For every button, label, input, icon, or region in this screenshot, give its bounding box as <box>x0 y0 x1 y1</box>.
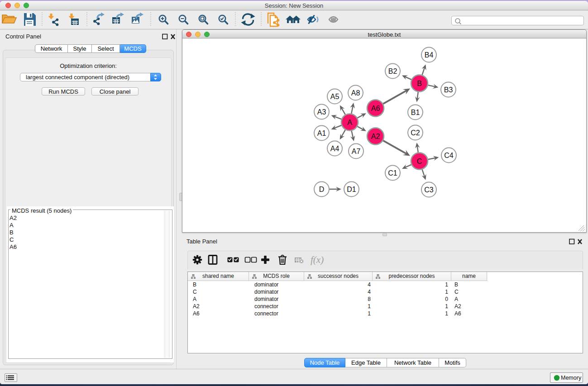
svg-text:f(x): f(x) <box>311 254 324 265</box>
svg-text:A7: A7 <box>352 148 361 155</box>
svg-text:A8: A8 <box>351 89 360 97</box>
svg-text:C: C <box>417 157 422 165</box>
svg-text:B1: B1 <box>411 109 420 116</box>
svg-text:C3: C3 <box>424 186 434 194</box>
svg-text:D: D <box>319 186 325 193</box>
svg-text:A4: A4 <box>330 145 339 152</box>
svg-text:A: A <box>347 119 352 126</box>
svg-text:A1: A1 <box>317 129 326 137</box>
svg-text:B4: B4 <box>425 51 434 59</box>
svg-text:B2: B2 <box>388 67 397 75</box>
svg-text:C1: C1 <box>388 169 397 177</box>
svg-text:B3: B3 <box>444 86 453 94</box>
svg-text:C2: C2 <box>411 129 420 137</box>
svg-text:A5: A5 <box>330 93 339 100</box>
svg-text:B: B <box>417 80 422 87</box>
svg-text:C4: C4 <box>444 152 454 159</box>
svg-text:A3: A3 <box>317 108 326 116</box>
svg-text:D1: D1 <box>347 186 356 193</box>
svg-text:A2: A2 <box>371 133 380 140</box>
svg-text:A6: A6 <box>371 105 380 112</box>
